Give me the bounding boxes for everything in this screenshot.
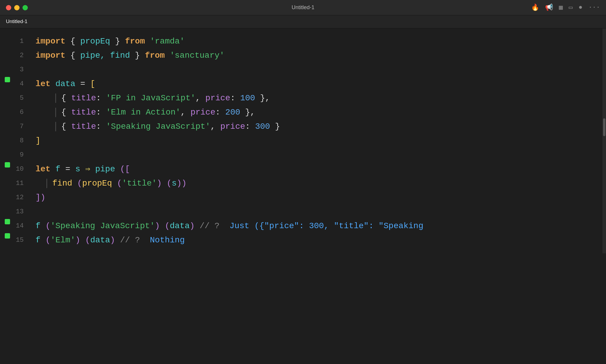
dot-icon[interactable]: ● bbox=[578, 4, 582, 11]
code-content: let data = [ bbox=[33, 77, 606, 91]
punct-token: , bbox=[196, 94, 206, 103]
title-key-token: price bbox=[220, 122, 245, 131]
grid-icon[interactable]: ▦ bbox=[559, 4, 563, 12]
str-token: 'Elm' bbox=[50, 236, 75, 245]
punct-token: = bbox=[75, 79, 90, 88]
speaker-icon[interactable]: 📢 bbox=[545, 4, 553, 12]
punct-token bbox=[115, 236, 120, 245]
code-line: 3 bbox=[0, 63, 606, 77]
paren-token: ) bbox=[157, 179, 162, 188]
breakpoint-indicator bbox=[5, 162, 10, 167]
code-line: 13 bbox=[0, 205, 606, 219]
titlebar-actions: 🔥 📢 ▦ ▭ ● ··· bbox=[531, 4, 600, 12]
obj-bracket-token: { bbox=[61, 122, 71, 131]
punct-token: } bbox=[130, 51, 145, 60]
minimize-button[interactable] bbox=[14, 5, 20, 10]
split-icon[interactable]: ▭ bbox=[569, 4, 573, 12]
code-content: │{ title: 'Speaking JavaScript', price: … bbox=[33, 120, 606, 134]
obj-bracket-token: }, bbox=[260, 94, 270, 103]
code-content: f ('Elm') (data) // ? Nothing bbox=[33, 233, 606, 247]
punct-token bbox=[80, 165, 85, 174]
punct-token bbox=[80, 236, 85, 245]
punct-token bbox=[145, 37, 150, 46]
title-key-token: price bbox=[205, 94, 230, 103]
str-token: 'Speaking JavaScript' bbox=[106, 122, 210, 131]
obj-bracket-token: } bbox=[275, 122, 280, 131]
num-token: 300 bbox=[255, 122, 270, 131]
line-number: 15 bbox=[15, 233, 33, 247]
code-content: ]) bbox=[33, 191, 606, 205]
line-number: 3 bbox=[15, 63, 33, 77]
arr-token: ] bbox=[36, 136, 41, 145]
title-key-token: price bbox=[191, 108, 215, 117]
punct-token bbox=[160, 221, 165, 231]
code-line: 10let f = s ⇒ pipe ([ bbox=[0, 162, 606, 176]
punct-token: : bbox=[230, 94, 240, 103]
line-number: 10 bbox=[15, 162, 33, 176]
code-content: │{ title: 'Elm in Action', price: 200 }, bbox=[33, 105, 606, 120]
kw-let-token: let bbox=[36, 79, 50, 88]
tab-untitled[interactable]: Untitled-1 bbox=[6, 17, 28, 27]
tab-bar: Untitled-1 bbox=[0, 15, 606, 28]
code-line: 2import { pipe, find } from 'sanctuary' bbox=[0, 49, 606, 63]
flame-icon[interactable]: 🔥 bbox=[531, 4, 539, 12]
punct-token: : bbox=[245, 122, 255, 131]
data-var-token: data bbox=[90, 236, 110, 245]
punct-token bbox=[195, 221, 200, 231]
punct-token bbox=[90, 165, 95, 174]
punct-token bbox=[50, 79, 55, 88]
breakpoint-indicator bbox=[5, 219, 10, 224]
window-title: Untitled-1 bbox=[291, 4, 314, 11]
punct-token: : bbox=[96, 108, 106, 117]
code-line: 1import { propEq } from 'ramda' bbox=[0, 34, 606, 49]
punct-token bbox=[140, 236, 150, 245]
code-content: │{ title: 'FP in JavaScript', price: 100… bbox=[33, 91, 606, 105]
line-number: 11 bbox=[15, 176, 33, 191]
punct-token: } bbox=[110, 37, 125, 46]
traffic-lights bbox=[6, 5, 28, 10]
scrollbar-track[interactable] bbox=[602, 28, 606, 253]
breakpoint-indicator bbox=[5, 77, 10, 82]
punct-token: : bbox=[96, 122, 106, 131]
find-fn-token: find bbox=[52, 179, 72, 188]
scrollbar-thumb[interactable] bbox=[603, 118, 605, 136]
code-content: import { pipe, find } from 'sanctuary' bbox=[33, 49, 606, 63]
arr-token: [ bbox=[90, 79, 95, 88]
punct-token bbox=[50, 165, 55, 174]
line-number: 1 bbox=[15, 34, 33, 49]
comment-token: // ? bbox=[120, 236, 140, 245]
kw-import-token: import bbox=[36, 51, 65, 60]
s-var-token: s bbox=[75, 165, 80, 174]
punct-token: , bbox=[180, 108, 191, 117]
obj-bracket-token: { bbox=[61, 108, 71, 117]
code-line: 11│find (propEq ('title') (s)) bbox=[0, 176, 606, 191]
line-number: 7 bbox=[15, 120, 33, 134]
gutter bbox=[0, 219, 15, 224]
paren-token: ) bbox=[190, 221, 195, 231]
ident-token: pipe, find bbox=[80, 51, 130, 60]
result-token: Just ({"price": 300, "title": "Speaking bbox=[229, 221, 423, 231]
str-token: 'FP in JavaScript' bbox=[106, 94, 195, 103]
close-button[interactable] bbox=[6, 5, 11, 10]
punct-token: { bbox=[65, 37, 80, 46]
code-content: import { propEq } from 'ramda' bbox=[33, 34, 606, 49]
paren-token: ) bbox=[155, 221, 160, 231]
paren-token: ( bbox=[46, 236, 51, 245]
str-token: 'title' bbox=[122, 179, 157, 188]
paren-token: ( bbox=[85, 236, 90, 245]
kw-from-token: from bbox=[145, 51, 165, 60]
punct-token bbox=[165, 51, 170, 60]
paren-token: ( bbox=[167, 179, 172, 188]
line-number: 13 bbox=[15, 205, 33, 219]
propeq-fn-token: propEq bbox=[82, 179, 112, 188]
line-number: 14 bbox=[15, 219, 33, 233]
code-line: 4let data = [ bbox=[0, 77, 606, 91]
punct-token bbox=[72, 179, 77, 188]
paren-token: ) bbox=[110, 236, 115, 245]
more-options-icon[interactable]: ··· bbox=[588, 4, 600, 11]
code-content: │find (propEq ('title') (s)) bbox=[33, 176, 606, 191]
maximize-button[interactable] bbox=[22, 5, 28, 10]
code-content: f ('Speaking JavaScript') (data) // ? Ju… bbox=[33, 219, 606, 233]
code-line: 8] bbox=[0, 134, 606, 148]
title-key-token: title bbox=[71, 122, 96, 131]
